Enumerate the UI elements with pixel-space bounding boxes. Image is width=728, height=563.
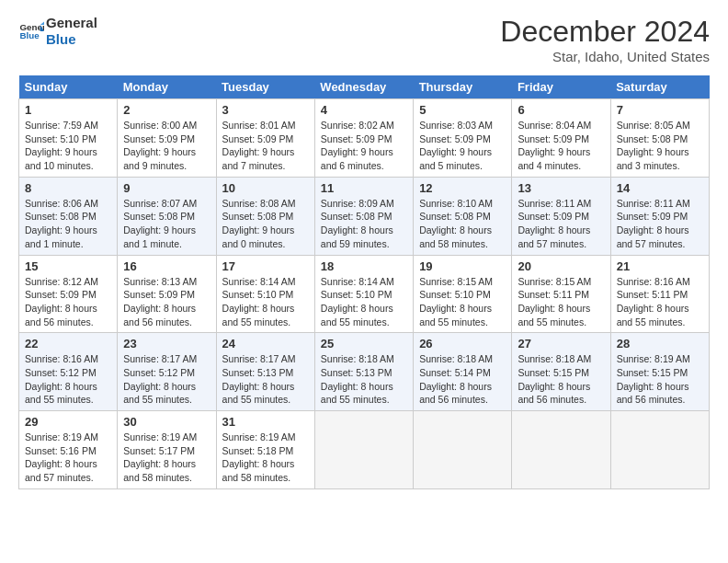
calendar-cell: 20Sunrise: 8:15 AM Sunset: 5:11 PM Dayli… — [512, 255, 610, 333]
day-number: 11 — [321, 181, 407, 195]
logo-line2: Blue — [46, 31, 97, 48]
day-info: Sunrise: 8:08 AM Sunset: 5:08 PM Dayligh… — [222, 197, 309, 251]
day-info: Sunrise: 8:00 AM Sunset: 5:09 PM Dayligh… — [123, 119, 210, 173]
day-number: 7 — [617, 103, 703, 117]
day-info: Sunrise: 8:19 AM Sunset: 5:17 PM Dayligh… — [123, 431, 210, 485]
day-info: Sunrise: 8:03 AM Sunset: 5:09 PM Dayligh… — [419, 119, 506, 173]
calendar-cell: 5Sunrise: 8:03 AM Sunset: 5:09 PM Daylig… — [414, 99, 512, 178]
day-info: Sunrise: 8:18 AM Sunset: 5:14 PM Dayligh… — [419, 352, 506, 407]
day-info: Sunrise: 8:12 AM Sunset: 5:09 PM Dayligh… — [25, 275, 111, 329]
day-number: 29 — [25, 415, 111, 429]
weekday-header: Wednesday — [314, 75, 413, 99]
calendar-week-row: 8Sunrise: 8:06 AM Sunset: 5:08 PM Daylig… — [19, 177, 710, 255]
calendar-cell: 7Sunrise: 8:05 AM Sunset: 5:08 PM Daylig… — [610, 99, 709, 178]
calendar-cell — [610, 411, 709, 489]
day-info: Sunrise: 8:15 AM Sunset: 5:11 PM Dayligh… — [518, 275, 604, 329]
calendar-cell: 13Sunrise: 8:11 AM Sunset: 5:09 PM Dayli… — [512, 177, 610, 255]
day-number: 28 — [617, 337, 703, 350]
calendar-cell: 12Sunrise: 8:10 AM Sunset: 5:08 PM Dayli… — [414, 177, 512, 255]
day-info: Sunrise: 8:04 AM Sunset: 5:09 PM Dayligh… — [518, 119, 604, 173]
logo-line1: General — [46, 15, 97, 31]
calendar-week-row: 1Sunrise: 7:59 AM Sunset: 5:10 PM Daylig… — [19, 99, 710, 178]
day-number: 20 — [518, 259, 604, 273]
calendar-week-row: 22Sunrise: 8:16 AM Sunset: 5:12 PM Dayli… — [19, 333, 710, 411]
day-info: Sunrise: 8:19 AM Sunset: 5:18 PM Dayligh… — [222, 431, 309, 485]
day-info: Sunrise: 8:14 AM Sunset: 5:10 PM Dayligh… — [321, 275, 407, 329]
day-number: 10 — [222, 181, 309, 195]
day-number: 15 — [25, 259, 111, 273]
day-info: Sunrise: 8:17 AM Sunset: 5:12 PM Dayligh… — [123, 352, 210, 407]
day-number: 12 — [419, 181, 506, 195]
day-number: 22 — [25, 337, 111, 350]
logo-icon: General Blue — [18, 18, 44, 44]
title-block: December 2024 Star, Idaho, United States — [500, 15, 710, 64]
calendar-cell: 23Sunrise: 8:17 AM Sunset: 5:12 PM Dayli… — [118, 333, 216, 411]
calendar-week-row: 15Sunrise: 8:12 AM Sunset: 5:09 PM Dayli… — [19, 255, 710, 333]
calendar-week-row: 29Sunrise: 8:19 AM Sunset: 5:16 PM Dayli… — [19, 411, 710, 489]
day-number: 30 — [123, 415, 210, 429]
logo: General Blue General Blue — [18, 15, 97, 48]
day-info: Sunrise: 8:13 AM Sunset: 5:09 PM Dayligh… — [123, 275, 210, 329]
day-number: 1 — [25, 103, 111, 117]
day-info: Sunrise: 8:18 AM Sunset: 5:15 PM Dayligh… — [518, 352, 604, 407]
day-number: 23 — [123, 337, 210, 350]
calendar-cell: 10Sunrise: 8:08 AM Sunset: 5:08 PM Dayli… — [216, 177, 314, 255]
day-number: 13 — [518, 181, 604, 195]
calendar-cell: 8Sunrise: 8:06 AM Sunset: 5:08 PM Daylig… — [19, 177, 118, 255]
day-number: 19 — [419, 259, 506, 273]
day-number: 16 — [123, 259, 210, 273]
day-info: Sunrise: 8:10 AM Sunset: 5:08 PM Dayligh… — [419, 197, 506, 251]
day-info: Sunrise: 8:16 AM Sunset: 5:12 PM Dayligh… — [25, 352, 111, 407]
calendar-cell: 6Sunrise: 8:04 AM Sunset: 5:09 PM Daylig… — [512, 99, 610, 178]
calendar-cell: 15Sunrise: 8:12 AM Sunset: 5:09 PM Dayli… — [19, 255, 118, 333]
day-number: 24 — [222, 337, 309, 350]
day-info: Sunrise: 8:15 AM Sunset: 5:10 PM Dayligh… — [419, 275, 506, 329]
location: Star, Idaho, United States — [500, 49, 710, 64]
weekday-header-row: SundayMondayTuesdayWednesdayThursdayFrid… — [19, 75, 710, 99]
calendar-table: SundayMondayTuesdayWednesdayThursdayFrid… — [18, 75, 710, 489]
header: General Blue General Blue December 2024 … — [18, 15, 710, 64]
svg-text:Blue: Blue — [19, 30, 40, 40]
day-info: Sunrise: 8:14 AM Sunset: 5:10 PM Dayligh… — [222, 275, 309, 329]
calendar-cell — [512, 411, 610, 489]
day-number: 17 — [222, 259, 309, 273]
calendar-cell: 18Sunrise: 8:14 AM Sunset: 5:10 PM Dayli… — [314, 255, 413, 333]
day-info: Sunrise: 8:02 AM Sunset: 5:09 PM Dayligh… — [321, 119, 407, 173]
day-number: 21 — [617, 259, 703, 273]
calendar-cell: 29Sunrise: 8:19 AM Sunset: 5:16 PM Dayli… — [19, 411, 118, 489]
day-info: Sunrise: 8:09 AM Sunset: 5:08 PM Dayligh… — [321, 197, 407, 251]
calendar-cell: 31Sunrise: 8:19 AM Sunset: 5:18 PM Dayli… — [216, 411, 314, 489]
page-container: General Blue General Blue December 2024 … — [0, 0, 728, 499]
calendar-cell: 2Sunrise: 8:00 AM Sunset: 5:09 PM Daylig… — [118, 99, 216, 178]
weekday-header: Thursday — [414, 75, 512, 99]
calendar-cell: 26Sunrise: 8:18 AM Sunset: 5:14 PM Dayli… — [414, 333, 512, 411]
calendar-cell: 9Sunrise: 8:07 AM Sunset: 5:08 PM Daylig… — [118, 177, 216, 255]
weekday-header: Sunday — [19, 75, 118, 99]
calendar-cell: 3Sunrise: 8:01 AM Sunset: 5:09 PM Daylig… — [216, 99, 314, 178]
weekday-header: Saturday — [610, 75, 709, 99]
weekday-header: Tuesday — [216, 75, 314, 99]
day-number: 18 — [321, 259, 407, 273]
day-info: Sunrise: 8:01 AM Sunset: 5:09 PM Dayligh… — [222, 119, 309, 173]
calendar-cell: 28Sunrise: 8:19 AM Sunset: 5:15 PM Dayli… — [610, 333, 709, 411]
day-number: 8 — [25, 181, 111, 195]
calendar-cell: 17Sunrise: 8:14 AM Sunset: 5:10 PM Dayli… — [216, 255, 314, 333]
day-number: 6 — [518, 103, 604, 117]
day-number: 5 — [419, 103, 506, 117]
day-info: Sunrise: 8:19 AM Sunset: 5:15 PM Dayligh… — [617, 352, 703, 407]
calendar-cell: 30Sunrise: 8:19 AM Sunset: 5:17 PM Dayli… — [118, 411, 216, 489]
day-info: Sunrise: 8:11 AM Sunset: 5:09 PM Dayligh… — [518, 197, 604, 251]
weekday-header: Monday — [118, 75, 216, 99]
day-number: 14 — [617, 181, 703, 195]
calendar-cell: 14Sunrise: 8:11 AM Sunset: 5:09 PM Dayli… — [610, 177, 709, 255]
day-number: 9 — [123, 181, 210, 195]
calendar-cell: 1Sunrise: 7:59 AM Sunset: 5:10 PM Daylig… — [19, 99, 118, 178]
calendar-cell: 19Sunrise: 8:15 AM Sunset: 5:10 PM Dayli… — [414, 255, 512, 333]
calendar-cell: 11Sunrise: 8:09 AM Sunset: 5:08 PM Dayli… — [314, 177, 413, 255]
calendar-cell: 27Sunrise: 8:18 AM Sunset: 5:15 PM Dayli… — [512, 333, 610, 411]
calendar-cell — [314, 411, 413, 489]
day-number: 26 — [419, 337, 506, 350]
weekday-header: Friday — [512, 75, 610, 99]
day-info: Sunrise: 8:06 AM Sunset: 5:08 PM Dayligh… — [25, 197, 111, 251]
calendar-cell: 22Sunrise: 8:16 AM Sunset: 5:12 PM Dayli… — [19, 333, 118, 411]
